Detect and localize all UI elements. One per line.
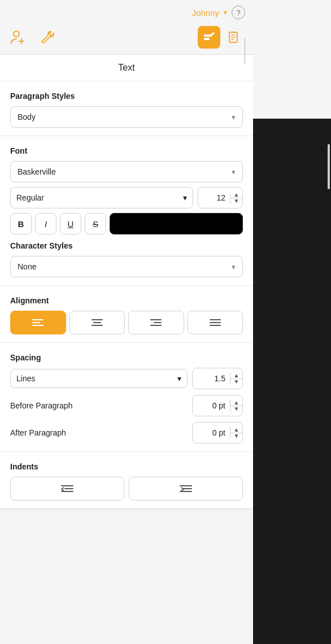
format-buttons-row: B I U S — [10, 213, 243, 234]
after-paragraph-stepper: ▲ ▼ — [230, 427, 242, 439]
character-styles-label: Character Styles — [10, 241, 243, 250]
align-left-button[interactable] — [10, 311, 66, 334]
spacing-value[interactable]: 1.5 — [193, 374, 230, 383]
character-styles-wrapper: Character Styles None ▾ — [10, 241, 243, 277]
spacing-mode-value: Lines — [16, 374, 35, 383]
italic-button[interactable]: I — [35, 213, 56, 234]
color-swatch[interactable] — [110, 213, 243, 234]
help-label: ? — [236, 8, 240, 17]
format-button[interactable] — [198, 26, 220, 49]
after-paragraph-control: 0 pt ▲ ▼ — [192, 422, 243, 443]
scrollbar-thumb[interactable] — [328, 144, 330, 189]
font-size-control: 12 ▲ ▼ — [198, 187, 243, 208]
character-styles-dropdown[interactable]: None ▾ — [10, 256, 243, 277]
spacing-mode-dropdown[interactable]: Lines ▾ — [10, 369, 188, 388]
after-paragraph-value[interactable]: 0 pt — [193, 428, 230, 437]
spacing-increase[interactable]: ▲ — [230, 373, 242, 379]
after-paragraph-row: After Paragraph 0 pt ▲ ▼ — [10, 422, 243, 443]
svg-rect-4 — [204, 34, 212, 37]
spacing-section: Spacing Lines ▾ 1.5 ▲ ▼ — [0, 343, 253, 452]
font-style-value: Regular — [16, 193, 44, 202]
after-paragraph-increase[interactable]: ▲ — [230, 427, 242, 433]
wrench-icon[interactable] — [37, 27, 58, 47]
align-center-button[interactable] — [69, 311, 125, 334]
scrollbar[interactable] — [326, 121, 331, 472]
paragraph-styles-label: Paragraph Styles — [10, 92, 243, 101]
before-paragraph-increase[interactable]: ▲ — [230, 400, 242, 406]
paragraph-styles-dropdown[interactable]: Body ▾ — [10, 106, 243, 128]
alignment-row — [10, 311, 243, 334]
svg-rect-3 — [204, 38, 210, 40]
before-paragraph-label: Before Paragraph — [10, 401, 73, 410]
character-styles-chevron: ▾ — [232, 263, 236, 271]
font-style-chevron: ▾ — [183, 193, 187, 202]
underline-label: U — [68, 219, 74, 229]
panel-title: Text — [0, 55, 253, 81]
after-paragraph-decrease[interactable]: ▼ — [230, 433, 242, 439]
align-right-button[interactable] — [128, 311, 184, 334]
toolbar-row — [0, 23, 253, 54]
before-paragraph-decrease[interactable]: ▼ — [230, 406, 242, 412]
top-bar: Johnny ▾ ? — [0, 0, 253, 23]
before-paragraph-control: 0 pt ▲ ▼ — [192, 395, 243, 416]
alignment-label: Alignment — [10, 296, 243, 305]
strikethrough-label: S — [93, 219, 98, 229]
before-paragraph-row: Before Paragraph 0 pt ▲ ▼ — [10, 395, 243, 416]
bold-button[interactable]: B — [10, 213, 32, 234]
character-styles-value: None — [18, 262, 36, 271]
font-family-chevron: ▾ — [232, 168, 236, 176]
align-justify-button[interactable] — [188, 311, 243, 334]
text-panel: Text Paragraph Styles Body ▾ Font Basker… — [0, 54, 253, 510]
font-size-value[interactable]: 12 — [198, 188, 230, 208]
strikethrough-button[interactable]: S — [85, 213, 106, 234]
chevron-down-icon[interactable]: ▾ — [224, 8, 227, 16]
font-style-row: Regular ▾ 12 ▲ ▼ — [10, 187, 243, 208]
user-name[interactable]: Johnny — [192, 8, 219, 18]
page-button[interactable] — [223, 26, 245, 49]
indents-row — [10, 477, 243, 501]
spacing-mode-chevron: ▾ — [177, 374, 181, 383]
indents-label: Indents — [10, 462, 243, 471]
svg-point-0 — [14, 31, 19, 37]
before-paragraph-value[interactable]: 0 pt — [193, 401, 230, 410]
spacing-value-control: 1.5 ▲ ▼ — [192, 368, 243, 389]
help-button[interactable]: ? — [232, 6, 245, 19]
add-user-icon[interactable] — [8, 27, 28, 47]
paragraph-styles-chevron: ▾ — [232, 113, 236, 121]
before-paragraph-stepper: ▲ ▼ — [230, 400, 242, 412]
spacing-control-row: Lines ▾ 1.5 ▲ ▼ — [10, 368, 243, 389]
italic-label: I — [45, 219, 47, 229]
font-size-stepper: ▲ ▼ — [230, 192, 242, 204]
font-size-increase[interactable]: ▲ — [230, 192, 242, 198]
font-size-decrease[interactable]: ▼ — [230, 198, 242, 204]
alignment-section: Alignment — [0, 286, 253, 343]
decrease-indent-button[interactable] — [10, 477, 124, 501]
paragraph-styles-value: Body — [18, 112, 36, 121]
indents-section: Indents — [0, 452, 253, 509]
bold-label: B — [18, 219, 24, 229]
underline-button[interactable]: U — [60, 213, 81, 234]
font-section: Font Baskerville ▾ Regular ▾ 12 ▲ — [0, 136, 253, 286]
font-family-value: Baskerville — [18, 167, 56, 176]
spacing-decrease[interactable]: ▼ — [230, 379, 242, 385]
font-label: Font — [10, 146, 243, 155]
font-style-dropdown[interactable]: Regular ▾ — [10, 187, 193, 208]
paragraph-styles-section: Paragraph Styles Body ▾ — [0, 81, 253, 136]
after-paragraph-label: After Paragraph — [10, 428, 66, 437]
increase-indent-button[interactable] — [129, 477, 243, 501]
spacing-label: Spacing — [10, 353, 243, 362]
spacing-stepper: ▲ ▼ — [230, 373, 242, 385]
font-family-dropdown[interactable]: Baskerville ▾ — [10, 161, 243, 182]
